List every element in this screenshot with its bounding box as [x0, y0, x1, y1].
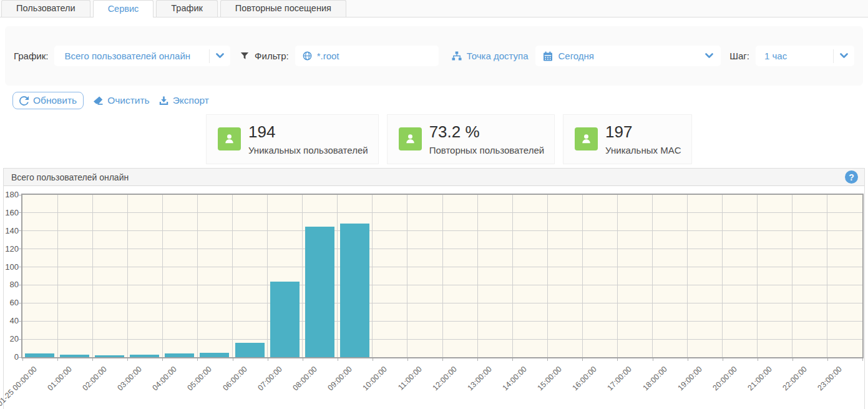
chart-area: 02040608010012014016018001-25 00:00:0001…: [4, 186, 864, 409]
chart-bar: [130, 355, 159, 357]
filter-field[interactable]: [295, 46, 439, 66]
tab-service[interactable]: Сервис: [93, 0, 154, 17]
y-tick: [19, 285, 21, 285]
gridline: [57, 195, 58, 357]
gridline: [617, 195, 618, 357]
access-point-label: Точка доступа: [467, 51, 529, 61]
x-tick: [233, 358, 233, 361]
gridline: [582, 195, 583, 357]
y-tick-label: 20: [4, 334, 19, 344]
x-tick: [512, 358, 513, 361]
gridline: [337, 195, 338, 357]
eraser-icon: [93, 96, 103, 105]
x-tick: [127, 358, 128, 361]
stat-label: Уникальных MAC: [605, 145, 681, 155]
stats-row: 194 Уникальных пользователей 73.2 % Повт…: [206, 114, 868, 164]
x-tick: [792, 358, 793, 361]
step-select-label: Шаг:: [729, 51, 749, 61]
gridline: [267, 195, 268, 357]
filter-funnel-icon: [240, 52, 249, 61]
y-tick-label: 100: [4, 262, 19, 272]
y-tick: [19, 230, 21, 231]
stat-value: 194: [248, 123, 368, 140]
y-tick: [19, 357, 21, 358]
x-tick: [197, 358, 198, 361]
calendar-icon: [543, 51, 553, 61]
export-label: Экспорт: [173, 95, 209, 106]
x-tick: [688, 358, 688, 361]
gridline: [757, 195, 758, 357]
plot-area: [21, 194, 864, 358]
download-icon: [159, 96, 168, 106]
x-tick: [22, 358, 23, 361]
gridline: [827, 195, 827, 357]
gridline: [792, 195, 792, 357]
x-tick: [547, 358, 548, 361]
step-select[interactable]: 1 час: [756, 46, 854, 66]
chart-title: Всего пользователей онлайн: [11, 172, 129, 182]
gridline: [687, 195, 688, 357]
chart-type-select[interactable]: Всего пользователей онлайн: [54, 46, 230, 66]
stat-card-repeat-users: 73.2 % Повторных пользователей: [387, 114, 555, 164]
x-tick: [268, 358, 268, 361]
gridline: [92, 195, 93, 357]
tab-traffic[interactable]: Трафик: [156, 0, 218, 17]
x-tick: [442, 358, 443, 361]
x-tick: [57, 358, 58, 361]
tab-users[interactable]: Пользователи: [1, 0, 90, 17]
x-tick: [338, 358, 338, 361]
chevron-down-icon: [705, 53, 713, 59]
gridline: [512, 195, 513, 357]
user-icon: [575, 127, 598, 150]
access-point-button[interactable]: Точка доступа: [452, 51, 529, 61]
y-tick-label: 0: [4, 352, 19, 362]
chart-bar: [95, 355, 124, 357]
x-tick: [723, 358, 723, 361]
toolbar: График: Всего пользователей онлайн Фильт…: [5, 26, 863, 86]
gridline: [442, 195, 443, 357]
x-tick: [477, 358, 478, 361]
gridline: [407, 195, 407, 357]
chart-bar: [340, 224, 369, 357]
gridline: [127, 195, 128, 357]
y-tick: [19, 303, 21, 303]
refresh-button[interactable]: Обновить: [12, 92, 84, 109]
y-tick: [19, 267, 21, 267]
y-tick-label: 180: [4, 190, 19, 200]
y-tick: [19, 321, 21, 322]
export-button[interactable]: Экспорт: [159, 95, 209, 106]
user-icon: [399, 127, 422, 150]
x-tick: [862, 358, 863, 361]
action-bar: Обновить Очистить Экспорт: [12, 90, 868, 111]
y-tick-label: 80: [4, 280, 19, 290]
stat-label: Уникальных пользователей: [248, 145, 368, 155]
divider: [833, 49, 834, 63]
period-value: Сегодня: [558, 51, 700, 61]
clear-button[interactable]: Очистить: [93, 95, 149, 106]
chart-bar: [165, 353, 194, 357]
stat-label: Повторных пользователей: [429, 145, 544, 155]
x-tick: [827, 358, 828, 361]
gridline: [652, 195, 653, 357]
y-tick-label: 60: [4, 298, 19, 308]
chevron-down-icon: [840, 53, 848, 59]
tab-repeat-visits[interactable]: Повторные посещения: [220, 0, 346, 17]
x-tick: [162, 358, 163, 361]
chart-bar: [235, 343, 265, 357]
gridline: [372, 195, 373, 357]
chart-select-label: График:: [14, 51, 48, 61]
stat-card-unique-mac: 197 Уникальных MAC: [563, 114, 691, 164]
filter-input[interactable]: [317, 51, 431, 61]
period-select[interactable]: Сегодня: [535, 46, 721, 66]
x-tick: [303, 358, 303, 361]
chart-bar: [305, 227, 334, 357]
help-icon[interactable]: ?: [845, 170, 858, 184]
y-tick-label: 160: [4, 208, 19, 218]
gridline: [232, 195, 233, 357]
x-tick: [653, 358, 653, 361]
y-tick: [19, 212, 21, 213]
y-tick-label: 40: [4, 316, 19, 326]
y-tick-label: 120: [4, 244, 19, 254]
y-tick-label: 140: [4, 226, 19, 236]
refresh-icon: [19, 96, 29, 106]
